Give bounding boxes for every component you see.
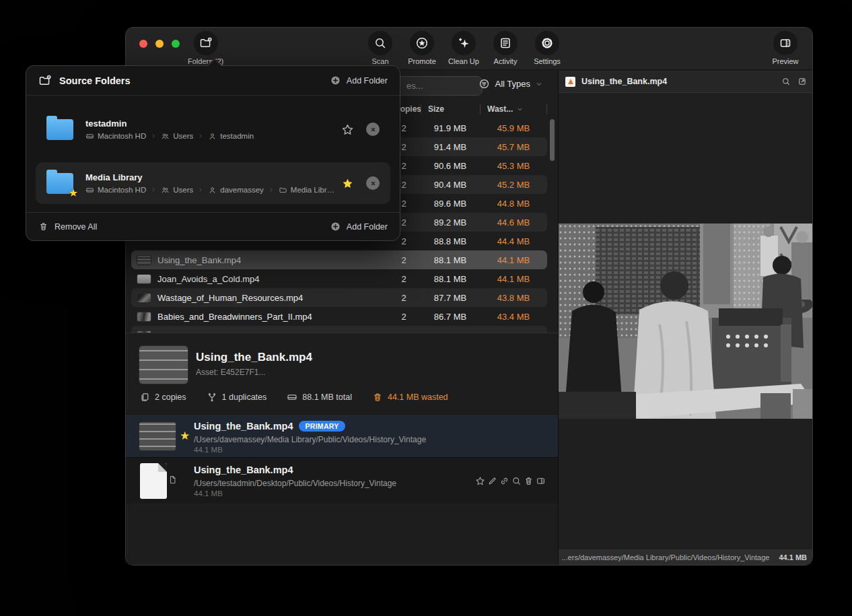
type-filter-dropdown[interactable]: All Types xyxy=(478,78,543,90)
copy-file-name: Using_the_Bank.mp4 xyxy=(194,465,293,475)
detail-title: Using_the_Bank.mp4 xyxy=(196,351,312,364)
table-row-partial[interactable] xyxy=(131,326,547,333)
table-row[interactable]: Wastage_of_Human_Resources.mp4 2 87.7 MB… xyxy=(131,288,547,307)
duplicates-stat: 1 duplicates xyxy=(207,392,267,403)
folders-button[interactable]: Folders (2) xyxy=(188,31,223,65)
add-folder-button[interactable]: Add Folder xyxy=(330,221,388,232)
chevron-right-icon xyxy=(150,186,157,193)
users-icon xyxy=(161,186,170,195)
source-folder-row[interactable]: ★ Media Library Macintosh HD Users davem… xyxy=(36,162,390,204)
wasted-cell: 43.8 MB xyxy=(480,293,547,303)
drive-icon xyxy=(287,392,297,403)
copy-icon xyxy=(139,392,150,403)
favorite-star-button[interactable] xyxy=(341,123,354,136)
file-name: Wastage_of_Human_Resources.mp4 xyxy=(157,293,303,303)
folder-gear-icon xyxy=(194,31,218,55)
traffic-lights xyxy=(139,40,180,48)
zoom-window-button[interactable] xyxy=(172,40,180,48)
copy-file-path: /Users/testadmin/Desktop/Public/Videos/H… xyxy=(194,479,396,488)
size-cell: 86.7 MB xyxy=(421,312,480,322)
delete-trash-button[interactable] xyxy=(524,476,534,486)
status-path: ...ers/davemassey/Media Library/Public/V… xyxy=(561,553,769,561)
preview-status-bar: ...ers/davemassey/Media Library/Public/V… xyxy=(559,549,813,565)
favorite-star-button[interactable] xyxy=(475,476,485,486)
promote-button[interactable]: Promote xyxy=(404,31,439,65)
sort-chevron-down-icon xyxy=(516,106,524,113)
detail-stats: 2 copies 1 duplicates 88.1 MB total 44.1… xyxy=(139,392,448,403)
wasted-cell: 43.4 MB xyxy=(480,312,547,322)
file-name: Using_the_Bank.mp4 xyxy=(157,255,241,265)
table-row[interactable]: Joan_Avoids_a_Cold.mp4 2 88.1 MB 44.1 MB xyxy=(131,269,547,288)
preview-file-name: Using_the_Bank.mp4 xyxy=(581,77,667,86)
file-thumbnail xyxy=(137,274,151,284)
copy-row-primary[interactable]: ★ Using_the_Bank.mp4 PRIMARY /Users/dave… xyxy=(126,414,558,457)
column-header-size[interactable]: Size xyxy=(421,104,480,114)
copy-row[interactable]: Using_the_Bank.mp4 /Users/testadmin/Desk… xyxy=(126,457,558,504)
copies-cell: 2 xyxy=(387,255,421,265)
promote-button-label: Promote xyxy=(408,57,436,65)
drive-icon xyxy=(85,132,94,141)
user-icon xyxy=(208,132,217,141)
add-folder-button[interactable]: Add Folder xyxy=(330,75,388,86)
toolbar-actions: Scan Promote Clean Up Activity Settings xyxy=(363,31,565,65)
remove-all-button[interactable]: Remove All xyxy=(38,221,97,232)
size-cell: 88.1 MB xyxy=(421,255,480,265)
column-header-wasted[interactable]: Wast... xyxy=(480,104,547,114)
copies-cell: 2 xyxy=(387,312,421,322)
plus-circle-icon xyxy=(330,221,341,232)
favorite-star-icon[interactable]: ★ xyxy=(180,429,190,443)
size-cell: 88.1 MB xyxy=(421,274,480,284)
detail-asset-id: Asset: E452E7F1... xyxy=(196,368,265,377)
rename-pencil-button[interactable] xyxy=(487,476,497,486)
copy-file-name: Using_the_Bank.mp4 xyxy=(194,421,293,432)
chevron-right-icon xyxy=(268,186,275,193)
preview-search-button[interactable] xyxy=(781,77,791,86)
preview-pane: Using_the_Bank.mp4 xyxy=(558,71,813,565)
detail-thumbnail xyxy=(139,345,188,384)
document-icon xyxy=(168,475,178,485)
scan-button[interactable]: Scan xyxy=(363,31,398,65)
cleanup-button[interactable]: Clean Up xyxy=(446,31,481,65)
folder-gear-icon xyxy=(38,74,52,88)
link-button[interactable] xyxy=(499,476,509,486)
preview-panel-button[interactable] xyxy=(536,476,546,486)
source-folder-row[interactable]: testadmin Macintosh HD Users testadmin xyxy=(36,108,390,150)
activity-button-label: Activity xyxy=(494,57,518,65)
type-filter-label: All Types xyxy=(495,79,530,89)
close-window-button[interactable] xyxy=(139,40,147,48)
popover-header: Source Folders Add Folder xyxy=(26,66,400,96)
remove-folder-button[interactable] xyxy=(366,123,380,136)
trash-icon xyxy=(38,221,48,232)
user-icon xyxy=(208,186,217,195)
activity-button[interactable]: Activity xyxy=(488,31,523,65)
copy-thumbnail xyxy=(139,421,176,451)
video-preview-frame xyxy=(559,224,813,419)
file-thumbnail xyxy=(137,312,151,322)
detail-pane: Using_the_Bank.mp4 Asset: E452E7F1... 2 … xyxy=(126,333,558,565)
chevron-right-icon xyxy=(197,186,204,193)
status-size: 44.1 MB xyxy=(779,553,807,561)
size-cell: 90.4 MB xyxy=(421,180,480,190)
wasted-cell: 45.3 MB xyxy=(480,161,547,171)
source-folders-popover: Source Folders Add Folder testadmin Maci… xyxy=(26,65,400,241)
table-row[interactable]: Babies_and_Breadwinners_Part_II.mp4 2 86… xyxy=(131,307,547,326)
file-name: Babies_and_Breadwinners_Part_II.mp4 xyxy=(157,312,312,322)
trash-icon xyxy=(372,392,383,403)
open-external-button[interactable] xyxy=(797,77,807,86)
remove-folder-button[interactable] xyxy=(366,176,380,190)
preview-toggle-button[interactable]: Preview xyxy=(768,31,803,65)
favorite-star-button-active[interactable] xyxy=(341,177,354,190)
table-row-selected[interactable]: Using_the_Bank.mp4 2 88.1 MB 44.1 MB xyxy=(131,250,547,269)
filter-funnel-icon xyxy=(478,78,490,90)
folder-name: testadmin xyxy=(85,118,254,129)
folder-breadcrumb: Macintosh HD Users testadmin xyxy=(85,132,254,141)
toolbar: Folders (2) Scan Promote Clean Up Activi… xyxy=(126,28,812,70)
minimize-window-button[interactable] xyxy=(155,40,164,48)
size-cell: 87.7 MB xyxy=(421,293,480,303)
folder-breadcrumb: Macintosh HD Users davemassey Media Libr… xyxy=(85,186,329,195)
settings-button[interactable]: Settings xyxy=(530,31,565,65)
reveal-search-button[interactable] xyxy=(511,476,522,486)
file-thumbnail xyxy=(137,255,151,265)
scrollbar-thumb[interactable] xyxy=(550,119,555,161)
chevron-right-icon xyxy=(150,133,157,139)
